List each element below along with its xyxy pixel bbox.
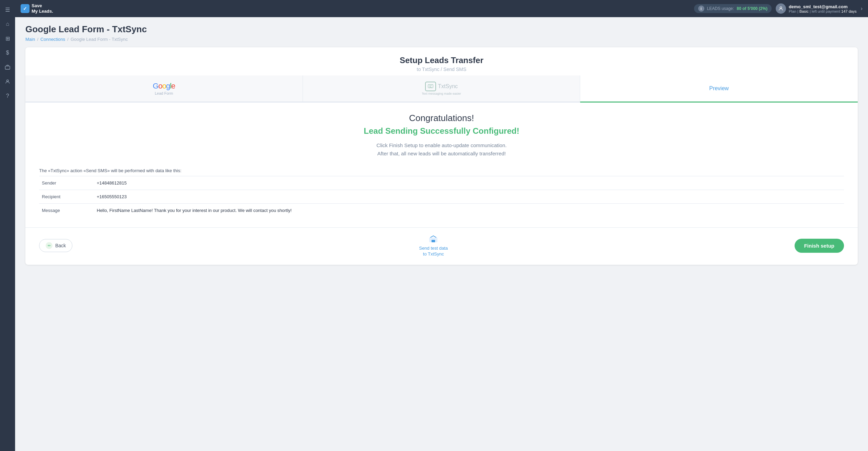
logo-check-icon: ✓ (21, 4, 30, 13)
send-test-line1: Send test data (419, 246, 448, 251)
sidebar-grid-icon[interactable]: ⊞ (1, 32, 14, 45)
google-text: Google (153, 82, 175, 91)
desc-line2: After that, all new leads will be automa… (377, 151, 506, 156)
content-area: Google Lead Form - TxtSync Main / Connec… (15, 17, 868, 451)
svg-point-1 (7, 80, 8, 82)
google-logo: Google Lead Form (153, 82, 175, 95)
desc-line1: Click Finish Setup to enable auto-update… (376, 142, 506, 148)
leads-label: LEADS usage: (707, 6, 734, 11)
setup-subtitle: to TxtSync / Send SMS (31, 67, 852, 72)
step-tabs: Google Lead Form (25, 75, 858, 103)
value-recipient: +16505550123 (94, 190, 844, 204)
value-message: Hello, FirstName LastName! Thank you for… (94, 204, 844, 217)
user-avatar (776, 3, 786, 14)
svg-rect-5 (432, 240, 435, 242)
setup-title: Setup Leads Transfer (31, 56, 852, 65)
back-label: Back (55, 243, 66, 248)
logo-text: SaveMy Leads. (32, 3, 53, 14)
success-desc: Click Finish Setup to enable auto-update… (39, 141, 844, 158)
page-title: Google Lead Form - TxtSync (25, 24, 858, 35)
txtsync-logo: TxtSync Text messaging made easier (422, 82, 461, 95)
table-row-sender: Sender +14848612815 (39, 176, 844, 190)
leads-badge: i LEADS usage: 80 of 5'000 (2%) (694, 4, 772, 13)
data-table: Sender +14848612815 Recipient +165055501… (39, 176, 844, 217)
topbar: ✓ SaveMy Leads. i LEADS usage: 80 of 5'0… (15, 0, 868, 17)
main-area: ✓ SaveMy Leads. i LEADS usage: 80 of 5'0… (15, 0, 868, 451)
txtsync-icon (425, 82, 436, 91)
tab-preview[interactable]: Preview (580, 75, 858, 103)
chevron-icon[interactable]: › (861, 5, 863, 12)
breadcrumb: Main / Connections / Google Lead Form - … (25, 37, 858, 42)
sidebar: ☰ ⌂ ⊞ $ ? (0, 0, 15, 451)
svg-point-2 (780, 7, 782, 9)
breadcrumb-main[interactable]: Main (25, 37, 35, 42)
data-table-label: The «TxtSync» action «Send SMS» will be … (39, 168, 844, 173)
finish-label: Finish setup (804, 243, 834, 249)
google-sub: Lead Form (155, 91, 173, 95)
sidebar-help-icon[interactable]: ? (1, 90, 14, 102)
field-message: Message (39, 204, 94, 217)
field-sender: Sender (39, 176, 94, 190)
table-row-recipient: Recipient +16505550123 (39, 190, 844, 204)
sidebar-briefcase-icon[interactable] (1, 61, 14, 73)
table-row-message: Message Hello, FirstName LastName! Thank… (39, 204, 844, 217)
breadcrumb-sep2: / (67, 37, 69, 42)
sidebar-home-icon[interactable]: ⌂ (1, 18, 14, 30)
info-icon: i (698, 5, 704, 12)
breadcrumb-connections[interactable]: Connections (40, 37, 65, 42)
value-sender: +14848612815 (94, 176, 844, 190)
success-title: Lead Sending Successfully Configured! (39, 126, 844, 136)
topbar-user: demo_sml_test@gmail.com Plan | Basic | l… (776, 3, 857, 14)
send-test-line2: to TxtSync (423, 251, 444, 257)
breadcrumb-sep1: / (37, 37, 38, 42)
setup-card: Setup Leads Transfer to TxtSync / Send S… (25, 47, 858, 265)
sidebar-user-icon[interactable] (1, 75, 14, 88)
sidebar-dollar-icon[interactable]: $ (1, 47, 14, 59)
user-email: demo_sml_test@gmail.com (789, 4, 857, 9)
back-button[interactable]: ✏ Back (39, 239, 72, 252)
breadcrumb-current: Google Lead Form - TxtSync (71, 37, 128, 42)
congrats-title: Congratulations! (39, 113, 844, 123)
txtsync-sub: Text messaging made easier (422, 92, 461, 95)
field-recipient: Recipient (39, 190, 94, 204)
page-header: Google Lead Form - TxtSync Main / Connec… (25, 24, 858, 42)
action-bar: ✏ Back Send test data to TxtSync (25, 227, 858, 265)
tab-google[interactable]: Google Lead Form (25, 75, 303, 102)
sidebar-menu-icon[interactable]: ☰ (1, 3, 14, 16)
send-test-button[interactable]: Send test data to TxtSync (419, 235, 448, 257)
svg-rect-0 (5, 66, 10, 69)
back-edit-icon: ✏ (46, 242, 52, 249)
topbar-logo: ✓ SaveMy Leads. (21, 3, 53, 14)
preview-content: Congratulations! Lead Sending Successful… (25, 103, 858, 227)
setup-header: Setup Leads Transfer to TxtSync / Send S… (25, 47, 858, 75)
send-test-icon (429, 235, 438, 245)
preview-tab-label: Preview (709, 85, 729, 92)
finish-button[interactable]: Finish setup (795, 239, 844, 253)
user-details: demo_sml_test@gmail.com Plan | Basic | l… (789, 4, 857, 13)
leads-value: 80 of 5'000 (2%) (737, 6, 767, 11)
plan-value: Basic (798, 9, 809, 13)
plan-days: 147 days (841, 9, 857, 13)
user-plan: Plan | Basic | left until payment 147 da… (789, 9, 857, 13)
tab-txtsync[interactable]: TxtSync Text messaging made easier (303, 75, 580, 102)
txtsync-name: TxtSync (438, 83, 458, 90)
